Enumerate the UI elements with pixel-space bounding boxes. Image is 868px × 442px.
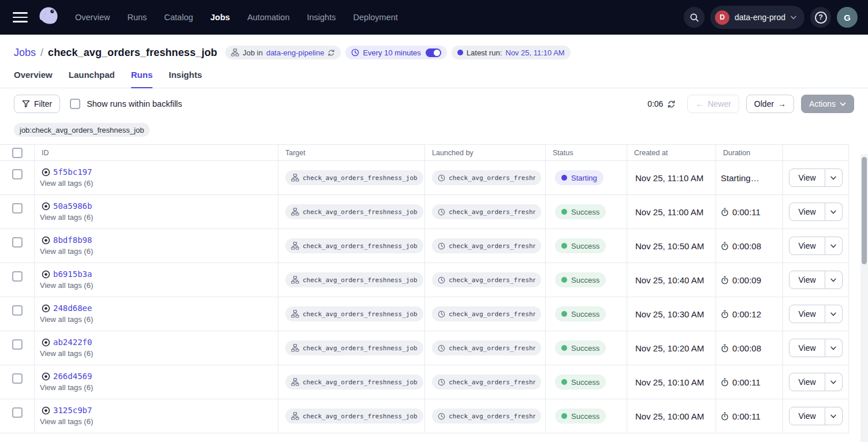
run-id-link[interactable]: 3125c9b7 [53, 406, 92, 415]
tab[interactable]: Overview [14, 65, 53, 88]
row-checkbox[interactable] [12, 271, 23, 282]
hamburger-menu-icon[interactable] [13, 12, 28, 23]
latest-run-link[interactable]: Nov 25, 11:10 AM [505, 48, 564, 57]
code-location-link[interactable]: data-eng-pipeline [266, 48, 324, 57]
view-all-tags-link[interactable]: View all tags (6) [40, 349, 278, 358]
nav-item[interactable]: Overview [75, 13, 110, 22]
row-checkbox[interactable] [12, 373, 23, 384]
launched-by-pill[interactable]: check_avg_orders_freshn… [432, 409, 541, 424]
deployment-switcher[interactable]: D data-eng-prod [710, 6, 804, 29]
view-run-button[interactable]: View [789, 407, 825, 425]
run-id-link[interactable]: 5f5bc197 [53, 167, 92, 177]
newer-button[interactable]: ← Newer [687, 95, 739, 113]
run-actions-dropdown[interactable] [825, 373, 843, 391]
run-id-link[interactable]: ab2422f0 [53, 338, 92, 347]
target-pill[interactable]: check_avg_orders_freshness_job [285, 306, 423, 321]
tab[interactable]: Launchpad [69, 65, 115, 88]
target-pill[interactable]: check_avg_orders_freshness_job [285, 374, 423, 389]
breadcrumb-jobs-link[interactable]: Jobs [14, 47, 36, 59]
nav-item[interactable]: Runs [127, 13, 147, 22]
nav-item[interactable]: Catalog [164, 13, 193, 22]
nav-item[interactable]: Automation [247, 13, 289, 22]
stopwatch-icon [721, 208, 729, 216]
search-button[interactable] [684, 7, 705, 28]
launched-by-pill[interactable]: check_avg_orders_freshn… [432, 272, 541, 287]
row-checkbox[interactable] [12, 169, 23, 179]
view-run-button[interactable]: View [789, 271, 825, 289]
run-actions-dropdown[interactable] [825, 305, 843, 323]
row-checkbox[interactable] [12, 339, 23, 350]
target-pill[interactable]: check_avg_orders_freshness_job [285, 204, 423, 219]
launched-by-pill[interactable]: check_avg_orders_freshn… [432, 374, 541, 389]
run-actions-dropdown[interactable] [825, 339, 843, 357]
actions-label: Actions [809, 99, 836, 108]
tab[interactable]: Runs [131, 65, 153, 88]
launched-by-pill[interactable]: check_avg_orders_freshn… [432, 340, 541, 355]
reload-location-icon[interactable] [327, 49, 335, 57]
created-at-cell: Nov 25, 11:00 AM [627, 195, 716, 229]
target-pill[interactable]: check_avg_orders_freshness_job [285, 272, 423, 287]
view-run-button[interactable]: View [789, 305, 825, 323]
table-header-row: ID Target Launched by Status Created at … [0, 145, 849, 161]
nav-item[interactable]: Insights [307, 13, 336, 22]
schedule-toggle[interactable] [426, 48, 441, 57]
view-run-button[interactable]: View [789, 339, 825, 357]
target-pill[interactable]: check_avg_orders_freshness_job [285, 170, 423, 185]
launched-by-pill[interactable]: check_avg_orders_freshn… [432, 306, 541, 321]
run-id-link[interactable]: 8bdf8b98 [53, 235, 92, 245]
row-checkbox[interactable] [12, 305, 23, 316]
view-all-tags-link[interactable]: View all tags (6) [40, 213, 278, 222]
target-pill[interactable]: check_avg_orders_freshness_job [285, 238, 423, 253]
run-actions-dropdown[interactable] [825, 237, 843, 255]
user-avatar[interactable]: G [837, 7, 858, 28]
view-all-tags-link[interactable]: View all tags (6) [40, 315, 278, 324]
older-button[interactable]: Older → [746, 95, 794, 113]
created-at-value: Nov 25, 10:40 AM [635, 275, 704, 285]
view-run-button[interactable]: View [789, 373, 825, 391]
refresh-icon[interactable] [667, 100, 676, 108]
tab[interactable]: Insights [169, 65, 202, 88]
view-label: View [798, 377, 815, 387]
row-checkbox[interactable] [12, 407, 23, 418]
dagster-logo[interactable] [37, 6, 60, 29]
actions-button[interactable]: Actions [801, 95, 854, 113]
run-actions-dropdown[interactable] [825, 168, 843, 187]
target-pill[interactable]: check_avg_orders_freshness_job [285, 340, 423, 355]
sitemap-icon [291, 310, 299, 318]
run-id-link[interactable]: 50a5986b [53, 201, 92, 211]
run-actions-dropdown[interactable] [825, 271, 843, 289]
run-id-link[interactable]: 266d4569 [53, 372, 92, 381]
view-run-button[interactable]: View [789, 237, 825, 255]
nav-item[interactable]: Jobs [210, 13, 230, 22]
row-checkbox[interactable] [12, 203, 23, 213]
clock-icon [438, 379, 445, 386]
launched-by-pill[interactable]: check_avg_orders_freshn… [432, 204, 541, 219]
view-all-tags-link[interactable]: View all tags (6) [40, 247, 278, 256]
view-run-button[interactable]: View [789, 203, 825, 221]
stopwatch-icon [721, 378, 729, 387]
view-all-tags-link[interactable]: View all tags (6) [40, 417, 278, 426]
created-at-cell: Nov 25, 11:10 AM [627, 161, 716, 194]
filter-button[interactable]: Filter [14, 95, 60, 113]
backfills-checkbox[interactable] [70, 99, 80, 109]
run-id-link[interactable]: 248d68ee [53, 304, 92, 313]
job-filter-chip[interactable]: job:check_avg_orders_freshness_job [14, 123, 150, 137]
view-all-tags-link[interactable]: View all tags (6) [40, 383, 278, 392]
select-all-checkbox[interactable] [12, 148, 23, 158]
launched-by-pill[interactable]: check_avg_orders_freshn… [432, 170, 541, 185]
created-at-cell: Nov 25, 10:00 AM [627, 399, 716, 433]
row-checkbox[interactable] [12, 237, 23, 248]
vertical-scrollbar-thumb[interactable] [862, 157, 867, 264]
launched-by-name: check_avg_orders_freshn… [449, 174, 535, 182]
run-actions-dropdown[interactable] [825, 407, 843, 425]
run-actions-dropdown[interactable] [825, 203, 843, 221]
target-pill[interactable]: check_avg_orders_freshness_job [285, 409, 423, 424]
view-run-button[interactable]: View [789, 168, 825, 187]
view-all-tags-link[interactable]: View all tags (6) [40, 281, 278, 290]
launched-by-pill[interactable]: check_avg_orders_freshn… [432, 238, 541, 253]
duration-value: 0:00:08 [732, 241, 761, 251]
nav-item[interactable]: Deployment [353, 13, 397, 22]
help-button[interactable]: ? [810, 7, 831, 28]
view-all-tags-link[interactable]: View all tags (6) [40, 179, 278, 188]
run-id-link[interactable]: b6915b3a [53, 269, 92, 279]
